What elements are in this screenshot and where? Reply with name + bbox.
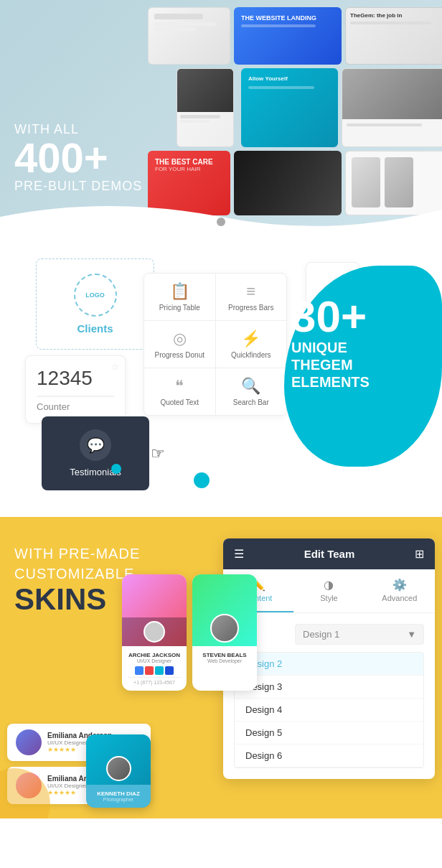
- section-blob: [0, 195, 442, 237]
- mobile-card-img-1: [122, 574, 187, 646]
- counter-panel: 12345 Counter ☆: [25, 355, 126, 424]
- mobile-name-3: KENNETH DIAZ: [92, 790, 145, 797]
- mobile-role-2: Web Developer: [198, 658, 251, 663]
- search-label: Search Bar: [233, 398, 269, 406]
- dot-cyan-large: [194, 472, 210, 488]
- card-avatar-2: [210, 614, 239, 643]
- social-icon-1: [135, 666, 144, 675]
- mobile-cards: ARCHIE JACKSON UI/UX Designer +1 (877) 1…: [122, 574, 257, 691]
- style-icon: ◑: [324, 578, 334, 592]
- mobile-card-body-2: STEVEN BEALS Web Developer: [192, 646, 257, 669]
- search-icon: 🔍: [241, 377, 260, 396]
- mobile-role-3: Photographer: [92, 797, 145, 802]
- star-icon-small: ☆: [111, 362, 119, 372]
- tab-advanced[interactable]: ⚙️ Advanced: [365, 569, 435, 612]
- mobile-card-1: ARCHIE JACKSON UI/UX Designer +1 (877) 1…: [122, 574, 187, 691]
- mobile-phone-1: +1 (877) 123-4567: [128, 677, 181, 685]
- skins-section: WITH PRE-MADE CUSTOMIZABLE SKINS ☰ Edit …: [0, 517, 442, 818]
- avatar-1: [16, 729, 42, 755]
- widget-grid-panel: 📋 Pricing Table ≡ Progress Bars ◎ Progre…: [144, 273, 287, 416]
- dot-cyan-small: [111, 464, 121, 474]
- dropdown-current: Design 1: [303, 629, 339, 640]
- mobile-card-3: KENNETH DIAZ Photographer: [86, 734, 151, 808]
- screenshot-3: TheGem: the job in: [345, 7, 442, 65]
- counter-label: Counter: [37, 401, 114, 412]
- tab-style[interactable]: ◑ Style: [293, 569, 364, 612]
- with-pre-made-text: WITH PRE-MADE: [14, 546, 172, 562]
- clients-label: Clients: [77, 322, 113, 335]
- chevron-down-icon: ▼: [407, 629, 416, 640]
- mobile-role-1: UI/UX Designer: [128, 658, 181, 663]
- logo-circle: LOGO: [74, 274, 117, 317]
- demos-text-block: WITH ALL 400+ PRE-BUILT DEMOS: [14, 122, 142, 194]
- mobile-name-1: ARCHIE JACKSON: [128, 652, 181, 658]
- social-icon-2: [145, 666, 154, 675]
- thirty-number: 30+: [291, 294, 370, 339]
- dropdown-option-2[interactable]: Design 3: [235, 676, 423, 699]
- logo-text: LOGO: [85, 291, 105, 299]
- donut-label: Progress Donut: [155, 351, 204, 359]
- chat-icon: 💬: [80, 429, 111, 461]
- screenshot-6: [342, 68, 442, 147]
- hamburger-icon[interactable]: ☰: [234, 547, 244, 561]
- demos-number: 400+: [14, 137, 142, 179]
- mobile-card-img-2: [192, 574, 257, 646]
- pre-built-text: PRE-BUILT DEMOS: [14, 179, 142, 194]
- elements-section: LOGO Clients 12345 Counter ☆ 💬 Testimoni…: [0, 237, 442, 517]
- screenshot-1: [148, 7, 230, 65]
- demo-screenshots: THE WEBSITE LANDING TheGem: the job in: [148, 7, 442, 215]
- pricing-label: Pricing Table: [159, 304, 200, 312]
- screenshot-4: [177, 68, 234, 147]
- mobile-card-2: STEVEN BEALS Web Developer: [192, 574, 257, 691]
- gear-icon: ⚙️: [392, 578, 407, 592]
- thirty-plus-area: 30+ UNIQUE THEGEM ELEMENTS: [277, 251, 442, 474]
- counter-number: 12345: [37, 367, 114, 397]
- mobile-card-body-3: KENNETH DIAZ Photographer: [86, 785, 151, 808]
- pricing-icon: 📋: [170, 282, 189, 301]
- mobile-social-1: [128, 666, 181, 675]
- skin-row: Skin Design 1 ▼: [234, 624, 424, 645]
- testimonials-panel: 💬 Testimonials: [42, 416, 149, 490]
- screenshot-2: THE WEBSITE LANDING: [234, 7, 342, 65]
- dropdown-option-3[interactable]: Design 4: [235, 699, 423, 722]
- mobile-name-2: STEVEN BEALS: [198, 652, 251, 658]
- unique-lines: UNIQUE THEGEM ELEMENTS: [291, 339, 370, 391]
- mobile-card-body-1: ARCHIE JACKSON UI/UX Designer +1 (877) 1…: [122, 646, 187, 691]
- dropdown-option-1[interactable]: Design 2: [235, 653, 423, 676]
- widget-donut: ◎ Progress Donut: [144, 321, 215, 368]
- quick-label: Quickfinders: [231, 351, 271, 359]
- dropdown-option-5[interactable]: Design 6: [235, 745, 423, 767]
- dot-gray: [217, 218, 225, 226]
- donut-icon: ◎: [173, 330, 187, 348]
- unique-line2: THEGEM: [291, 356, 370, 373]
- progress-icon: ≡: [246, 282, 255, 301]
- unique-line1: UNIQUE: [291, 339, 370, 356]
- dropdown-option-4[interactable]: Design 5: [235, 722, 423, 745]
- widget-quoted: ❝ Quoted Text: [144, 368, 215, 415]
- dropdown-list: Design 2 Design 3 Design 4 Design 5 Desi…: [234, 652, 424, 768]
- mobile-card-img-3: [86, 734, 151, 785]
- panel-header: ☰ Edit Team ⊞: [223, 538, 435, 569]
- quoted-label: Quoted Text: [160, 398, 199, 406]
- screenshot-5: Allow Yourself: [241, 68, 338, 147]
- widget-search: 🔍 Search Bar: [216, 368, 287, 415]
- social-icon-3: [155, 666, 164, 675]
- tab-advanced-label: Advanced: [382, 594, 417, 602]
- demos-section: WITH ALL 400+ PRE-BUILT DEMOS THE WEBSIT…: [0, 0, 442, 237]
- card-avatar-3: [106, 756, 131, 781]
- quick-icon: ⚡: [241, 330, 260, 348]
- clients-panel: LOGO Clients: [36, 258, 154, 350]
- progress-label: Progress Bars: [228, 304, 273, 312]
- widget-quick: ⚡ Quickfinders: [216, 321, 287, 368]
- quoted-icon: ❝: [175, 377, 184, 396]
- widget-progress: ≡ Progress Bars: [216, 274, 287, 320]
- grid-icon[interactable]: ⊞: [415, 547, 424, 561]
- skin-dropdown[interactable]: Design 1 ▼: [295, 624, 424, 645]
- panel-title: Edit Team: [304, 548, 355, 560]
- social-icon-4: [165, 666, 174, 675]
- thirty-text: 30+ UNIQUE THEGEM ELEMENTS: [291, 294, 370, 391]
- cursor-icon: ☞: [151, 444, 165, 463]
- elements-area: LOGO Clients 12345 Counter ☆ 💬 Testimoni…: [0, 251, 442, 495]
- tab-style-label: Style: [320, 594, 337, 602]
- widget-pricing: 📋 Pricing Table: [144, 274, 215, 320]
